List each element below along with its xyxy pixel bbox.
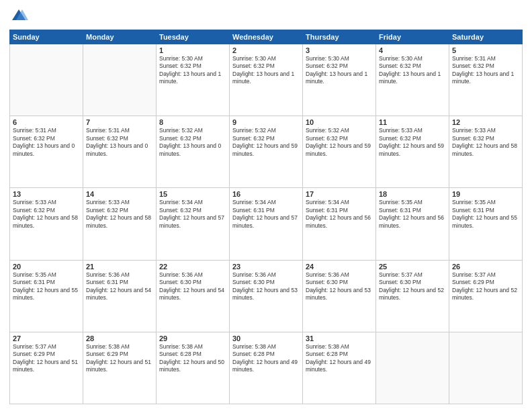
day-number: 1 (159, 46, 226, 54)
calendar-cell: 8Sunrise: 5:32 AM Sunset: 6:32 PM Daylig… (157, 116, 230, 188)
week-row-0: 1Sunrise: 5:30 AM Sunset: 6:32 PM Daylig… (10, 44, 523, 116)
day-number: 23 (232, 263, 300, 271)
calendar-cell: 26Sunrise: 5:37 AM Sunset: 6:29 PM Dayli… (449, 260, 523, 332)
calendar-cell: 27Sunrise: 5:37 AM Sunset: 6:29 PM Dayli… (10, 332, 83, 404)
day-number: 7 (86, 118, 153, 126)
day-info: Sunrise: 5:31 AM Sunset: 6:32 PM Dayligh… (86, 127, 153, 158)
day-number: 19 (452, 190, 519, 198)
calendar-cell: 6Sunrise: 5:31 AM Sunset: 6:32 PM Daylig… (10, 116, 83, 188)
day-number: 10 (306, 118, 373, 126)
day-info: Sunrise: 5:35 AM Sunset: 6:31 PM Dayligh… (452, 199, 519, 230)
week-row-1: 6Sunrise: 5:31 AM Sunset: 6:32 PM Daylig… (10, 116, 523, 188)
day-info: Sunrise: 5:32 AM Sunset: 6:32 PM Dayligh… (159, 127, 226, 158)
weekday-header-saturday: Saturday (449, 30, 523, 44)
day-info: Sunrise: 5:30 AM Sunset: 6:32 PM Dayligh… (232, 55, 300, 86)
day-info: Sunrise: 5:37 AM Sunset: 6:29 PM Dayligh… (13, 343, 80, 374)
day-info: Sunrise: 5:31 AM Sunset: 6:32 PM Dayligh… (13, 127, 80, 158)
day-info: Sunrise: 5:30 AM Sunset: 6:32 PM Dayligh… (159, 55, 226, 86)
day-info: Sunrise: 5:33 AM Sunset: 6:32 PM Dayligh… (452, 127, 519, 158)
day-number: 9 (232, 118, 300, 126)
calendar-cell: 14Sunrise: 5:33 AM Sunset: 6:32 PM Dayli… (83, 188, 157, 260)
day-info: Sunrise: 5:37 AM Sunset: 6:30 PM Dayligh… (379, 271, 446, 302)
calendar-cell: 3Sunrise: 5:30 AM Sunset: 6:32 PM Daylig… (303, 44, 376, 116)
weekday-header-thursday: Thursday (303, 30, 376, 44)
weekday-header-friday: Friday (376, 30, 449, 44)
day-info: Sunrise: 5:36 AM Sunset: 6:30 PM Dayligh… (306, 271, 373, 302)
day-number: 13 (13, 190, 80, 198)
logo (9, 7, 31, 26)
calendar-cell (10, 44, 83, 116)
calendar-cell: 20Sunrise: 5:35 AM Sunset: 6:31 PM Dayli… (10, 260, 83, 332)
weekday-header-wednesday: Wednesday (230, 30, 303, 44)
calendar-cell (376, 332, 449, 404)
calendar-table: SundayMondayTuesdayWednesdayThursdayFrid… (9, 30, 523, 404)
calendar-cell: 17Sunrise: 5:34 AM Sunset: 6:31 PM Dayli… (303, 188, 376, 260)
calendar-cell: 9Sunrise: 5:32 AM Sunset: 6:32 PM Daylig… (230, 116, 303, 188)
day-number: 17 (306, 190, 373, 198)
day-info: Sunrise: 5:38 AM Sunset: 6:28 PM Dayligh… (306, 343, 373, 374)
day-number: 20 (13, 263, 80, 271)
day-info: Sunrise: 5:38 AM Sunset: 6:28 PM Dayligh… (159, 343, 226, 374)
day-info: Sunrise: 5:36 AM Sunset: 6:31 PM Dayligh… (86, 271, 153, 302)
day-number: 3 (306, 46, 373, 54)
day-info: Sunrise: 5:36 AM Sunset: 6:30 PM Dayligh… (159, 271, 226, 302)
calendar-cell: 18Sunrise: 5:35 AM Sunset: 6:31 PM Dayli… (376, 188, 449, 260)
page: SundayMondayTuesdayWednesdayThursdayFrid… (0, 0, 532, 411)
day-number: 16 (232, 190, 300, 198)
day-info: Sunrise: 5:31 AM Sunset: 6:32 PM Dayligh… (452, 55, 519, 86)
day-info: Sunrise: 5:33 AM Sunset: 6:32 PM Dayligh… (13, 199, 80, 230)
day-number: 24 (306, 263, 373, 271)
week-row-2: 13Sunrise: 5:33 AM Sunset: 6:32 PM Dayli… (10, 188, 523, 260)
day-number: 6 (13, 118, 80, 126)
week-row-4: 27Sunrise: 5:37 AM Sunset: 6:29 PM Dayli… (10, 332, 523, 404)
calendar-cell (449, 332, 523, 404)
weekday-header-sunday: Sunday (10, 30, 83, 44)
day-info: Sunrise: 5:34 AM Sunset: 6:32 PM Dayligh… (159, 199, 226, 230)
day-number: 21 (86, 263, 153, 271)
day-info: Sunrise: 5:33 AM Sunset: 6:32 PM Dayligh… (86, 199, 153, 230)
day-info: Sunrise: 5:38 AM Sunset: 6:29 PM Dayligh… (86, 343, 153, 374)
day-info: Sunrise: 5:38 AM Sunset: 6:28 PM Dayligh… (232, 343, 300, 374)
day-info: Sunrise: 5:34 AM Sunset: 6:31 PM Dayligh… (232, 199, 300, 230)
day-number: 22 (159, 263, 226, 271)
calendar-cell: 31Sunrise: 5:38 AM Sunset: 6:28 PM Dayli… (303, 332, 376, 404)
day-number: 14 (86, 190, 153, 198)
weekday-header-tuesday: Tuesday (157, 30, 230, 44)
calendar-cell: 10Sunrise: 5:32 AM Sunset: 6:32 PM Dayli… (303, 116, 376, 188)
calendar-cell: 29Sunrise: 5:38 AM Sunset: 6:28 PM Dayli… (157, 332, 230, 404)
calendar-cell: 22Sunrise: 5:36 AM Sunset: 6:30 PM Dayli… (157, 260, 230, 332)
calendar-cell: 30Sunrise: 5:38 AM Sunset: 6:28 PM Dayli… (230, 332, 303, 404)
day-info: Sunrise: 5:33 AM Sunset: 6:32 PM Dayligh… (379, 127, 446, 158)
calendar-cell: 15Sunrise: 5:34 AM Sunset: 6:32 PM Dayli… (157, 188, 230, 260)
weekday-header-row: SundayMondayTuesdayWednesdayThursdayFrid… (10, 30, 523, 44)
day-number: 15 (159, 190, 226, 198)
calendar-cell: 7Sunrise: 5:31 AM Sunset: 6:32 PM Daylig… (83, 116, 157, 188)
calendar-cell: 25Sunrise: 5:37 AM Sunset: 6:30 PM Dayli… (376, 260, 449, 332)
day-info: Sunrise: 5:32 AM Sunset: 6:32 PM Dayligh… (306, 127, 373, 158)
calendar-cell: 13Sunrise: 5:33 AM Sunset: 6:32 PM Dayli… (10, 188, 83, 260)
calendar-cell: 21Sunrise: 5:36 AM Sunset: 6:31 PM Dayli… (83, 260, 157, 332)
calendar-cell: 1Sunrise: 5:30 AM Sunset: 6:32 PM Daylig… (157, 44, 230, 116)
day-info: Sunrise: 5:36 AM Sunset: 6:30 PM Dayligh… (232, 271, 300, 302)
calendar-cell: 12Sunrise: 5:33 AM Sunset: 6:32 PM Dayli… (449, 116, 523, 188)
calendar-cell: 28Sunrise: 5:38 AM Sunset: 6:29 PM Dayli… (83, 332, 157, 404)
day-info: Sunrise: 5:32 AM Sunset: 6:32 PM Dayligh… (232, 127, 300, 158)
day-info: Sunrise: 5:34 AM Sunset: 6:31 PM Dayligh… (306, 199, 373, 230)
logo-icon (9, 7, 28, 26)
day-number: 27 (13, 334, 80, 342)
day-number: 25 (379, 263, 446, 271)
day-number: 4 (379, 46, 446, 54)
day-number: 29 (159, 334, 226, 342)
header (9, 7, 523, 26)
day-number: 8 (159, 118, 226, 126)
day-number: 18 (379, 190, 446, 198)
day-number: 28 (86, 334, 153, 342)
calendar-cell: 23Sunrise: 5:36 AM Sunset: 6:30 PM Dayli… (230, 260, 303, 332)
calendar-cell: 11Sunrise: 5:33 AM Sunset: 6:32 PM Dayli… (376, 116, 449, 188)
day-info: Sunrise: 5:30 AM Sunset: 6:32 PM Dayligh… (379, 55, 446, 86)
day-number: 2 (232, 46, 300, 54)
day-number: 11 (379, 118, 446, 126)
day-number: 26 (452, 263, 519, 271)
calendar-cell: 24Sunrise: 5:36 AM Sunset: 6:30 PM Dayli… (303, 260, 376, 332)
calendar-cell: 5Sunrise: 5:31 AM Sunset: 6:32 PM Daylig… (449, 44, 523, 116)
